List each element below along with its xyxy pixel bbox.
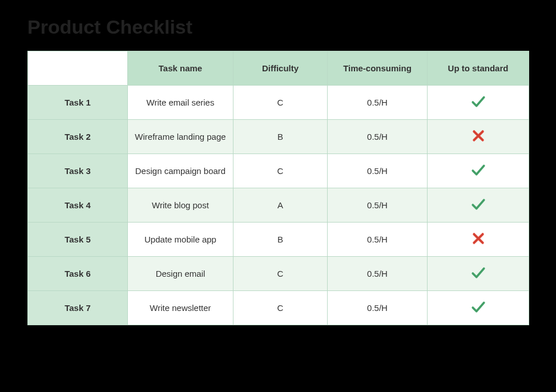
cell-task-name: Update mobile app (128, 223, 233, 257)
check-icon (471, 272, 486, 282)
cell-status (428, 120, 529, 154)
table-row: Task 7Write newsletterC0.5/H (28, 291, 529, 325)
table-row: Task 1Write email seriesC0.5/H (28, 86, 529, 120)
check-icon (471, 204, 486, 213)
cell-task-name: Write blog post (128, 188, 233, 223)
cell-time: 0.5/H (328, 188, 428, 223)
row-label: Task 6 (28, 257, 128, 291)
table-row: Task 3Design campaign boardC0.5/H (28, 154, 529, 188)
cross-icon (471, 135, 486, 145)
check-icon (471, 169, 486, 179)
cell-status (428, 257, 529, 291)
cell-difficulty: C (233, 154, 328, 188)
cell-task-name: Write email series (128, 86, 233, 120)
cell-task-name: Wireframe landing page (128, 120, 233, 154)
check-icon (471, 306, 486, 316)
cell-time: 0.5/H (328, 86, 428, 120)
page-title: Product Checklist (27, 16, 529, 38)
cell-time: 0.5/H (328, 120, 428, 154)
table-row: Task 6Design emailC0.5/H (28, 257, 529, 291)
cell-difficulty: C (233, 291, 328, 325)
cell-status (428, 86, 529, 120)
header-standard: Up to standard (428, 51, 529, 86)
header-difficulty: Difficulty (233, 51, 328, 86)
row-label: Task 1 (28, 86, 128, 120)
cell-status (428, 154, 529, 188)
cell-time: 0.5/H (328, 291, 428, 325)
checklist-table: Task name Difficulty Time-consuming Up t… (27, 51, 529, 325)
cell-status (428, 223, 529, 257)
cell-status (428, 291, 529, 325)
header-blank (28, 51, 128, 86)
table-row: Task 2Wireframe landing pageB0.5/H (28, 120, 529, 154)
row-label: Task 4 (28, 188, 128, 223)
row-label: Task 2 (28, 120, 128, 154)
row-label: Task 7 (28, 291, 128, 325)
cell-task-name: Write newsletter (128, 291, 233, 325)
cell-difficulty: B (233, 223, 328, 257)
row-label: Task 5 (28, 223, 128, 257)
table-row: Task 5Update mobile appB0.5/H (28, 223, 529, 257)
table-header-row: Task name Difficulty Time-consuming Up t… (28, 51, 529, 86)
cross-icon (471, 238, 486, 248)
cell-time: 0.5/H (328, 223, 428, 257)
header-time: Time-consuming (328, 51, 428, 86)
cell-task-name: Design email (128, 257, 233, 291)
row-label: Task 3 (28, 154, 128, 188)
cell-time: 0.5/H (328, 257, 428, 291)
cell-task-name: Design campaign board (128, 154, 233, 188)
header-task-name: Task name (128, 51, 233, 86)
cell-difficulty: C (233, 86, 328, 120)
cell-difficulty: A (233, 188, 328, 223)
check-icon (471, 101, 486, 111)
cell-time: 0.5/H (328, 154, 428, 188)
cell-difficulty: B (233, 120, 328, 154)
table-row: Task 4Write blog postA0.5/H (28, 188, 529, 223)
cell-status (428, 188, 529, 223)
cell-difficulty: C (233, 257, 328, 291)
